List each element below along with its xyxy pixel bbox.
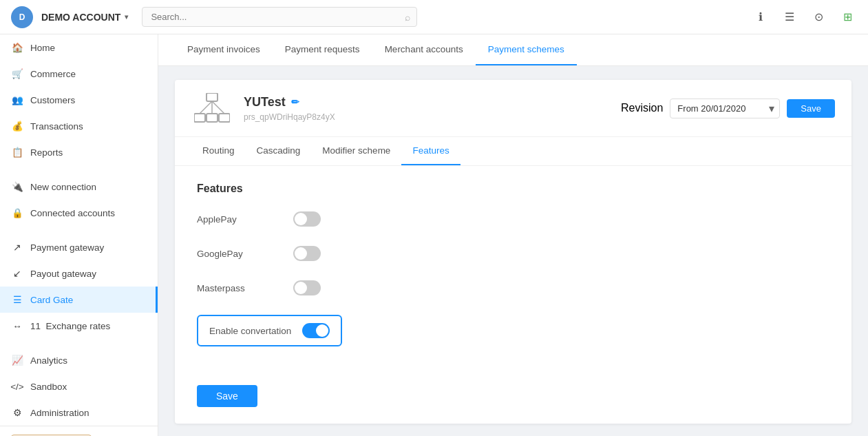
sidebar-label-customers: Customers bbox=[30, 95, 75, 105]
transactions-icon: 💰 bbox=[11, 120, 23, 132]
applepay-slider bbox=[293, 211, 321, 227]
reports-icon: 📋 bbox=[11, 146, 23, 158]
main-content: Payment invoices Payment requests Mercha… bbox=[158, 34, 868, 436]
scheme-title-row: YUTest ✏ bbox=[244, 95, 610, 110]
account-logo: D bbox=[11, 6, 33, 28]
sidebar-item-new-connection[interactable]: 🔌 New connection bbox=[0, 174, 158, 200]
account-chevron-icon: ▾ bbox=[125, 13, 128, 21]
sidebar-label-reports: Reports bbox=[30, 147, 63, 158]
grid-icon[interactable]: ⊞ bbox=[838, 8, 857, 27]
person-icon[interactable]: ⊙ bbox=[809, 8, 828, 27]
googlepay-toggle[interactable] bbox=[293, 246, 321, 261]
inner-tab-cascading[interactable]: Cascading bbox=[246, 137, 312, 165]
sidebar-item-reports[interactable]: 📋 Reports bbox=[0, 139, 158, 165]
sidebar-item-analytics[interactable]: 📈 Analytics bbox=[0, 347, 158, 373]
sidebar-label-payment-gateway: Payment gateway bbox=[30, 242, 104, 253]
sidebar-label-card-gate: Card Gate bbox=[30, 295, 73, 305]
revision-select-wrapper: From 20/01/2020 bbox=[670, 98, 780, 118]
sidebar-item-commerce[interactable]: 🛒 Commerce bbox=[0, 61, 158, 87]
features-title: Features bbox=[197, 183, 829, 195]
sandbox-icon: </> bbox=[11, 380, 23, 393]
payout-gateway-icon: ↙ bbox=[11, 267, 23, 280]
masterpass-row: Masterpass bbox=[197, 280, 829, 295]
convertation-row: Enable convertation bbox=[197, 315, 829, 366]
features-panel: Features ApplePay GooglePay bbox=[175, 166, 851, 424]
sidebar-item-sandbox[interactable]: </> Sandbox bbox=[0, 373, 158, 399]
sidebar-label-new-connection: New connection bbox=[30, 182, 96, 192]
sidebar-item-administration[interactable]: ⚙ Administration bbox=[0, 399, 158, 426]
masterpass-label: Masterpass bbox=[197, 283, 279, 293]
scheme-header: YUTest ✏ prs_qpWDriHqayP8z4yX Revision F… bbox=[175, 80, 851, 137]
sidebar-item-exchange-rates[interactable]: ↔ 11 Exchange rates bbox=[0, 313, 158, 339]
convertation-label: Enable convertation bbox=[209, 326, 291, 336]
save-button-main[interactable]: Save bbox=[197, 385, 257, 407]
search-bar: ⌕ bbox=[142, 7, 417, 27]
sidebar-label-transactions: Transactions bbox=[30, 121, 83, 132]
revision-select[interactable]: From 20/01/2020 bbox=[670, 98, 780, 118]
googlepay-label: GooglePay bbox=[197, 249, 279, 259]
sidebar-label-connected-accounts: Connected accounts bbox=[30, 208, 115, 218]
home-icon: 🏠 bbox=[11, 41, 23, 54]
topbar-icons: ℹ ☰ ⊙ ⊞ bbox=[751, 8, 857, 27]
document-icon[interactable]: ☰ bbox=[780, 8, 799, 27]
svg-rect-3 bbox=[219, 114, 230, 122]
convertation-slider bbox=[302, 323, 330, 338]
search-input[interactable] bbox=[142, 7, 417, 27]
inner-tab-routing[interactable]: Routing bbox=[191, 137, 246, 165]
scheme-info: YUTest ✏ prs_qpWDriHqayP8z4yX bbox=[244, 95, 610, 122]
applepay-label: ApplePay bbox=[197, 214, 279, 225]
googlepay-row: GooglePay bbox=[197, 246, 829, 261]
edit-icon[interactable]: ✏ bbox=[291, 96, 299, 107]
sidebar-item-payout-gateway[interactable]: ↙ Payout gateway bbox=[0, 260, 158, 287]
scheme-name: YUTest bbox=[244, 95, 286, 110]
sidebar: 🏠 Home 🛒 Commerce 👥 Customers 💰 Transact… bbox=[0, 34, 158, 436]
sidebar-label-commerce: Commerce bbox=[30, 69, 76, 79]
layout: 🏠 Home 🛒 Commerce 👥 Customers 💰 Transact… bbox=[0, 34, 868, 436]
shop-icon: 🛒 bbox=[11, 68, 23, 80]
top-tab-bar: Payment invoices Payment requests Mercha… bbox=[158, 34, 868, 66]
search-icon: ⌕ bbox=[405, 12, 410, 23]
masterpass-slider bbox=[293, 280, 321, 295]
applepay-row: ApplePay bbox=[197, 211, 829, 227]
tab-payment-requests[interactable]: Payment requests bbox=[273, 34, 372, 65]
convertation-box: Enable convertation bbox=[197, 315, 342, 346]
inner-tab-features[interactable]: Features bbox=[401, 137, 460, 165]
account-selector[interactable]: DEMO ACCOUNT ▾ bbox=[41, 12, 128, 23]
svg-line-4 bbox=[200, 101, 212, 114]
administration-icon: ⚙ bbox=[11, 406, 23, 419]
scheme-id: prs_qpWDriHqayP8z4yX bbox=[244, 112, 610, 122]
revision-label: Revision bbox=[621, 102, 663, 114]
exchange-rates-icon: ↔ bbox=[11, 320, 23, 332]
sidebar-label-home: Home bbox=[30, 43, 55, 53]
sidebar-label-payout-gateway: Payout gateway bbox=[30, 269, 96, 279]
sidebar-item-customers[interactable]: 👥 Customers bbox=[0, 87, 158, 113]
convertation-toggle[interactable] bbox=[302, 323, 330, 338]
masterpass-toggle[interactable] bbox=[293, 280, 321, 295]
content-area: YUTest ✏ prs_qpWDriHqayP8z4yX Revision F… bbox=[158, 66, 868, 436]
sidebar-item-connected-accounts[interactable]: 🔒 Connected accounts bbox=[0, 200, 158, 226]
topbar: D DEMO ACCOUNT ▾ ⌕ ℹ ☰ ⊙ ⊞ bbox=[0, 0, 868, 34]
new-connection-icon: 🔌 bbox=[11, 180, 23, 193]
save-button-header[interactable]: Save bbox=[787, 99, 835, 118]
googlepay-slider bbox=[293, 246, 321, 261]
sidebar-item-transactions[interactable]: 💰 Transactions bbox=[0, 113, 158, 139]
sidebar-footer: Test mode bbox=[0, 426, 158, 436]
sidebar-item-card-gate[interactable]: ☰ Card Gate bbox=[0, 287, 158, 313]
tab-merchant-accounts[interactable]: Merchant accounts bbox=[372, 34, 476, 65]
svg-line-6 bbox=[212, 101, 224, 114]
info-icon[interactable]: ℹ bbox=[751, 8, 770, 27]
tab-payment-schemes[interactable]: Payment schemes bbox=[476, 34, 577, 65]
sidebar-item-payment-gateway[interactable]: ↗ Payment gateway bbox=[0, 234, 158, 260]
sidebar-label-administration: Administration bbox=[30, 408, 89, 418]
payment-gateway-icon: ↗ bbox=[11, 241, 23, 253]
applepay-toggle[interactable] bbox=[293, 211, 321, 227]
sidebar-label-analytics: Analytics bbox=[30, 355, 67, 366]
sidebar-item-home[interactable]: 🏠 Home bbox=[0, 34, 158, 61]
tab-payment-invoices[interactable]: Payment invoices bbox=[175, 34, 273, 65]
svg-rect-1 bbox=[194, 114, 205, 122]
connected-accounts-icon: 🔒 bbox=[11, 207, 23, 219]
save-button-wrapper: Save bbox=[197, 385, 829, 407]
scheme-revision: Revision From 20/01/2020 Save bbox=[621, 98, 835, 118]
inner-tab-modifier-scheme[interactable]: Modifier scheme bbox=[311, 137, 401, 165]
inner-tab-bar: Routing Cascading Modifier scheme Featur… bbox=[175, 137, 851, 166]
